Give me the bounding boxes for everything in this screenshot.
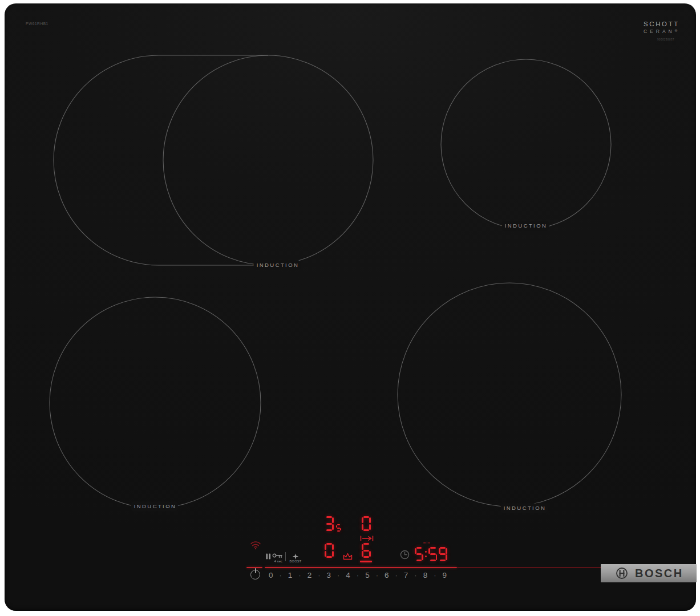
schott-logo-line1: SCHOTT: [644, 21, 679, 28]
level-separator: ·: [357, 571, 359, 579]
timer-clock-icon: [399, 549, 410, 560]
timer-unit-label: min: [423, 541, 430, 544]
control-divider: [285, 552, 286, 561]
level-6[interactable]: 6: [385, 571, 389, 579]
zone-front-right-circle: [398, 283, 621, 506]
level-separator: ·: [318, 571, 320, 579]
level-4[interactable]: 4: [346, 571, 350, 579]
level-separator: ·: [298, 571, 301, 579]
level-8[interactable]: 8: [423, 571, 428, 579]
display-front-left-level[interactable]: [325, 543, 334, 558]
zone-rear-right-circle: [441, 59, 611, 229]
wifi-icon: [250, 541, 261, 550]
level-slider[interactable]: 0·1·2·3·4·5·6·7·8·9: [269, 570, 447, 580]
zone-label-rear-left: INDUCTION: [257, 262, 299, 268]
wipe-protection-icon: [343, 553, 353, 560]
level-separator: ·: [434, 571, 436, 579]
boost-label: BOOST: [288, 560, 303, 563]
boost-button[interactable]: BOOST: [288, 552, 303, 565]
zone-rear-left-oval: [54, 55, 268, 265]
zone-front-left-circle: [50, 297, 261, 508]
selected-zone-underline: [360, 561, 372, 562]
zone-label-rear-right: INDUCTION: [505, 222, 547, 229]
bosch-logo-text: BOSCH: [635, 567, 683, 580]
timer-button[interactable]: [399, 549, 412, 562]
registered-mark: ®: [675, 29, 677, 33]
level-2[interactable]: 2: [307, 571, 312, 579]
schott-logo-line2: CERAN: [644, 29, 675, 34]
bosch-emblem-icon: [616, 567, 628, 579]
zone-label-front-left: INDUCTION: [134, 503, 176, 509]
zone-label-front-right: INDUCTION: [504, 505, 546, 511]
display-rear-right-level[interactable]: [362, 516, 371, 531]
model-number: PW61RHB1: [26, 22, 48, 26]
zone-outlines: INDUCTION INDUCTION INDUCTION INDUCTION: [0, 0, 700, 616]
pause-icon: [266, 553, 271, 560]
display-rear-left-level[interactable]: [325, 516, 334, 531]
level-0[interactable]: 0: [269, 571, 273, 579]
level-separator: ·: [414, 571, 416, 579]
zone-front-left-combi-circle: [163, 55, 373, 265]
bosch-badge: BOSCH: [601, 564, 697, 582]
level-7[interactable]: 7: [404, 571, 408, 579]
key-lock-label: 4 sec: [272, 560, 285, 563]
level-5[interactable]: 5: [365, 571, 370, 579]
level-1[interactable]: 1: [288, 571, 293, 579]
display-front-right-level[interactable]: [362, 543, 371, 558]
level-9[interactable]: 9: [442, 571, 447, 579]
pan-move-icon: [360, 536, 374, 541]
key-lock-button[interactable]: 4 sec: [272, 552, 285, 565]
level-separator: ·: [395, 571, 397, 579]
glass-serial-code: 9000238837: [657, 38, 674, 41]
level-separator: ·: [337, 571, 339, 579]
product-photo: INDUCTION INDUCTION INDUCTION INDUCTION …: [0, 0, 700, 616]
display-rear-left-half-level: [336, 524, 341, 532]
level-3[interactable]: 3: [326, 571, 331, 579]
schott-ceran-logo: SCHOTT CERAN®: [644, 21, 679, 34]
display-timer[interactable]: [415, 547, 447, 561]
level-separator: ·: [376, 571, 378, 579]
level-separator: ·: [280, 571, 282, 579]
power-icon: [255, 568, 256, 573]
